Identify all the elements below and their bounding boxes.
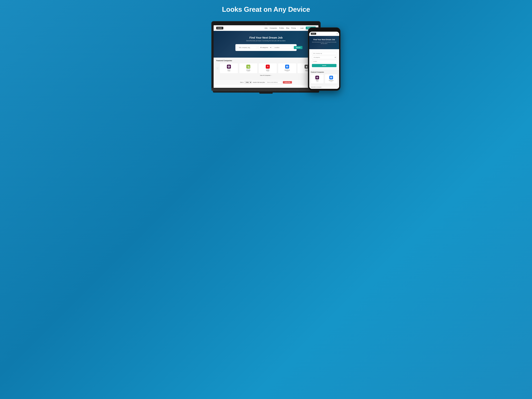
- menu-icon[interactable]: ≡: [337, 33, 338, 35]
- laptop-featured-title: Featured Companies: [216, 60, 316, 62]
- laptop-skill-input[interactable]: [237, 46, 257, 49]
- phone-location-input[interactable]: [312, 60, 336, 63]
- company-card-shopify[interactable]: Shopify 6 jobs: [239, 63, 258, 73]
- laptop-camera: [266, 23, 266, 24]
- nav-link-blog[interactable]: Blog: [286, 27, 289, 29]
- company-card-slack[interactable]: Slack 7 jobs: [220, 63, 238, 73]
- laptop-base: [211, 88, 321, 91]
- phone-hero-title: Find Your Next Dream Job: [311, 38, 337, 41]
- phone-companies-grid: Slack 7 jobs Facebook 7 jobs: [311, 74, 338, 83]
- slack-jobs: 7 jobs: [222, 71, 236, 72]
- phone-nav: DEMO ≡: [309, 32, 339, 36]
- company-card-facebook[interactable]: Facebook 7 jobs: [278, 63, 296, 73]
- view-all-companies[interactable]: View All Companies →: [216, 73, 316, 77]
- subscribe-button[interactable]: Subscribe: [283, 81, 292, 83]
- phone-category-select[interactable]: All categories: [312, 56, 336, 59]
- laptop-stand: [259, 93, 273, 94]
- phone-slack-jobs: 7 jobs: [312, 81, 322, 82]
- facebook-name: Facebook: [280, 70, 294, 71]
- nav-link-pricing[interactable]: Pricing: [291, 27, 296, 29]
- nav-link-companies[interactable]: Companies: [270, 27, 277, 29]
- shopify-company-icon: [246, 65, 250, 69]
- nav-login[interactable]: Login: [300, 27, 304, 29]
- phone-facebook-icon: [329, 76, 333, 79]
- laptop-category-select[interactable]: All categories: [258, 46, 272, 49]
- phone-slack-icon: [315, 76, 319, 79]
- netflix-name: Netflix: [260, 70, 275, 71]
- subscribe-email-input[interactable]: [266, 81, 282, 83]
- subscribe-frequency-select[interactable]: Daily: [244, 81, 252, 84]
- nav-link-profiles[interactable]: Profiles: [279, 27, 284, 29]
- laptop-foot: [213, 91, 319, 93]
- phone-company-card-slack[interactable]: Slack 7 jobs: [311, 74, 324, 83]
- laptop-device: DEMO Jobs Companies Profiles Blog Pricin…: [211, 21, 321, 94]
- slack-name: Slack: [222, 70, 236, 71]
- phone-company-card-facebook[interactable]: Facebook 7 jobs: [325, 74, 338, 83]
- phone-slack-name: Slack: [312, 80, 322, 81]
- phone-subscribe-bar: Subscribe to new jobs ^ ×: [309, 85, 339, 89]
- phone-facebook-jobs: 7 jobs: [326, 81, 336, 82]
- phone-device: DEMO ≡ Find Your Next Dream Job DemoTech…: [308, 27, 341, 91]
- shopify-jobs: 6 jobs: [241, 71, 255, 72]
- laptop-screen-outer: DEMO Jobs Companies Profiles Blog Pricin…: [211, 21, 321, 88]
- page-title: Looks Great on Any Device: [222, 5, 310, 13]
- phone-notch: [320, 29, 328, 31]
- laptop-hero-title: Find Your Next Dream Job: [216, 36, 316, 39]
- phone-hero-subtitle: DemoTechJobs job board. Connecting the b…: [311, 41, 337, 44]
- laptop-search-button[interactable]: Search: [294, 46, 303, 49]
- laptop-hero-subtitle: DemoTechJobs job board. Connecting the b…: [216, 40, 316, 42]
- phone-featured: Featured Companies Slack 7 jobs: [309, 70, 339, 85]
- companies-prev-button[interactable]: ‹: [216, 67, 219, 70]
- laptop-location-input[interactable]: [273, 46, 293, 49]
- facebook-company-icon: [285, 65, 289, 69]
- laptop-hero: Find Your Next Dream Job DemoTechJobs jo…: [214, 31, 318, 57]
- laptop-screen-inner: DEMO Jobs Companies Profiles Blog Pricin…: [214, 25, 318, 88]
- laptop-featured: Featured Companies ‹ Slack 7 jobs: [214, 57, 318, 80]
- facebook-jobs: 7 jobs: [280, 71, 294, 72]
- laptop-logo: DEMO: [216, 27, 223, 29]
- phone-subscribe-close[interactable]: ×: [337, 86, 338, 88]
- phone-screen: DEMO ≡ Find Your Next Dream Job DemoTech…: [309, 32, 339, 89]
- phone-search-button[interactable]: Search: [312, 64, 336, 67]
- phone-outer: DEMO ≡ Find Your Next Dream Job DemoTech…: [308, 27, 341, 91]
- shopify-name: Shopify: [241, 70, 255, 71]
- phone-skill-input[interactable]: [312, 52, 336, 55]
- laptop-search-bar: All categories Search: [235, 44, 297, 51]
- subscribe-email-label: email of all new jobs: [253, 82, 265, 83]
- phone-logo: DEMO: [311, 33, 316, 35]
- laptop-subscribe-bar: Get a Daily email of all new jobs Subscr…: [214, 80, 318, 85]
- phone-facebook-name: Facebook: [326, 80, 336, 81]
- nav-link-jobs[interactable]: Jobs: [264, 27, 267, 29]
- company-card-netflix[interactable]: N Netflix 7 jobs: [259, 63, 277, 73]
- slack-company-icon: [227, 65, 231, 69]
- laptop-companies-row: ‹ Slack 7 jobs: [216, 63, 316, 73]
- phone-subscribe-text: Subscribe to new jobs ^: [311, 86, 322, 88]
- subscribe-get-a: Get a: [240, 82, 243, 83]
- phone-hero: Find Your Next Dream Job DemoTechJobs jo…: [309, 36, 339, 49]
- devices-container: DEMO Jobs Companies Profiles Blog Pricin…: [193, 21, 339, 94]
- phone-featured-title: Featured Companies: [311, 71, 338, 73]
- netflix-jobs: 7 jobs: [260, 71, 275, 72]
- laptop-nav: DEMO Jobs Companies Profiles Blog Pricin…: [214, 25, 318, 31]
- phone-search-panel: All categories Search: [310, 51, 338, 69]
- netflix-company-icon: N: [266, 65, 270, 69]
